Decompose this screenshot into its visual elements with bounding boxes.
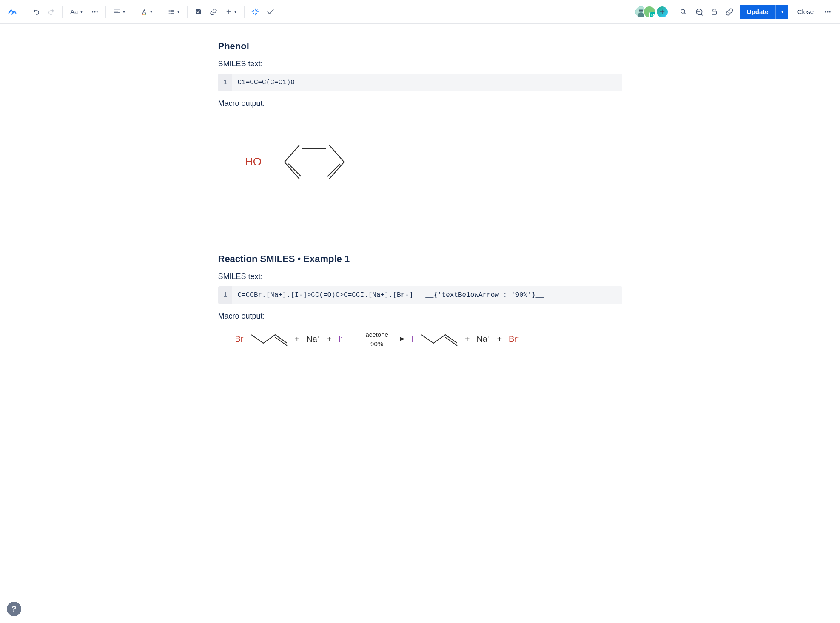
macro-output-label: Macro output:: [218, 99, 622, 108]
svg-point-8: [169, 13, 170, 14]
svg-point-17: [827, 11, 829, 12]
reaction-render: Br + Na+ + I- acetone 90% I + Na+ + Br-: [218, 331, 622, 347]
undo-button[interactable]: [29, 5, 43, 19]
toolbar-divider: [160, 6, 160, 18]
chevron-down-icon: ▾: [234, 9, 236, 14]
macro-output-label: Macro output:: [218, 312, 622, 321]
smiles-label: SMILES text:: [218, 272, 622, 281]
svg-line-22: [288, 164, 301, 176]
svg-point-14: [681, 9, 685, 13]
allyl-skeleton-icon: [251, 333, 288, 346]
arrow-below-text: 90%: [370, 340, 383, 347]
lock-button[interactable]: [707, 5, 721, 19]
update-button[interactable]: Update: [740, 5, 775, 19]
plus-symbol: +: [465, 334, 470, 344]
link-button[interactable]: [206, 5, 221, 19]
text-styles-label: Aa: [70, 8, 78, 15]
section-heading: Reaction SMILES • Example 1: [218, 253, 622, 265]
svg-point-7: [169, 11, 170, 12]
svg-line-23: [327, 164, 340, 176]
avatar-initial: D: [649, 12, 656, 18]
toolbar-divider: [187, 6, 188, 18]
sodium-label: Na+: [476, 334, 490, 344]
action-item-button[interactable]: [191, 5, 205, 19]
reagent-br-label: Br: [235, 334, 244, 344]
invite-button[interactable]: [656, 6, 669, 18]
chevron-down-icon: ▾: [177, 9, 179, 14]
svg-marker-20: [285, 145, 344, 179]
svg-rect-3: [142, 14, 143, 14]
app-logo[interactable]: [5, 5, 20, 19]
update-dropdown[interactable]: ▾: [775, 5, 788, 19]
editor-content[interactable]: Phenol SMILES text: 1 C1=CC=C(C=C1)O Mac…: [210, 24, 631, 398]
code-line-number: 1: [218, 74, 232, 91]
collaborators: D: [635, 6, 669, 18]
svg-rect-5: [145, 14, 146, 14]
insert-dropdown[interactable]: ▾: [222, 5, 241, 19]
chevron-down-icon: ▾: [123, 9, 125, 14]
chevron-down-icon: ▾: [150, 9, 152, 14]
text-color-dropdown[interactable]: ▾: [137, 5, 157, 19]
reaction-arrow: acetone 90%: [349, 331, 404, 347]
plus-symbol: +: [497, 334, 502, 344]
svg-point-0: [92, 11, 94, 12]
section-heading: Phenol: [218, 41, 622, 52]
iodide-label: I-: [339, 334, 342, 344]
svg-point-2: [97, 11, 98, 12]
editor-toolbar: Aa ▾ ▾ ▾ ▾ ▾: [0, 0, 840, 24]
alignment-dropdown[interactable]: ▾: [109, 5, 129, 19]
code-line-number: 1: [218, 286, 232, 304]
comments-button[interactable]: [692, 5, 706, 19]
list-dropdown[interactable]: ▾: [164, 5, 184, 19]
avatar-user-2[interactable]: D: [643, 6, 656, 18]
svg-rect-15: [712, 11, 717, 14]
copy-link-button[interactable]: [722, 5, 737, 19]
code-content: C=CCBr.[Na+].[I-]>CC(=O)C>C=CCI.[Na+].[B…: [232, 286, 622, 304]
redo-button[interactable]: [44, 5, 59, 19]
smiles-label: SMILES text:: [218, 60, 622, 68]
ai-button[interactable]: [248, 5, 262, 19]
more-formatting-button[interactable]: [88, 5, 102, 19]
plus-symbol: +: [295, 334, 300, 344]
svg-point-18: [829, 11, 831, 12]
arrow-icon: [349, 339, 404, 339]
svg-point-1: [94, 11, 96, 12]
allyl-skeleton-icon: [421, 333, 458, 346]
find-button[interactable]: [676, 5, 691, 19]
hydroxyl-label: HO: [245, 155, 262, 168]
code-block[interactable]: 1 C1=CC=C(C=C1)O: [218, 74, 622, 91]
toolbar-divider: [62, 6, 63, 18]
resolve-check-button[interactable]: [263, 5, 278, 19]
chevron-down-icon: ▾: [781, 9, 783, 14]
molecule-render-phenol: HO: [218, 113, 622, 224]
sodium-label: Na+: [306, 334, 320, 344]
svg-point-16: [825, 11, 826, 12]
toolbar-divider: [244, 6, 245, 18]
svg-point-6: [169, 10, 170, 11]
code-block[interactable]: 1 C=CCBr.[Na+].[I-]>CC(=O)C>C=CCI.[Na+].…: [218, 286, 622, 304]
svg-rect-4: [143, 14, 145, 14]
close-button[interactable]: Close: [792, 5, 820, 19]
chevron-down-icon: ▾: [80, 9, 83, 14]
product-br-label: Br-: [509, 334, 519, 344]
update-button-group: Update ▾: [740, 5, 788, 19]
plus-symbol: +: [327, 334, 332, 344]
product-i-label: I: [411, 334, 414, 344]
toolbar-divider: [105, 6, 106, 18]
toolbar-divider: [133, 6, 133, 18]
svg-rect-13: [639, 10, 643, 11]
code-content: C1=CC=C(C=C1)O: [232, 74, 622, 91]
more-actions-button[interactable]: [820, 5, 835, 19]
arrow-above-text: acetone: [365, 331, 388, 338]
text-styles-dropdown[interactable]: Aa ▾: [66, 5, 87, 19]
